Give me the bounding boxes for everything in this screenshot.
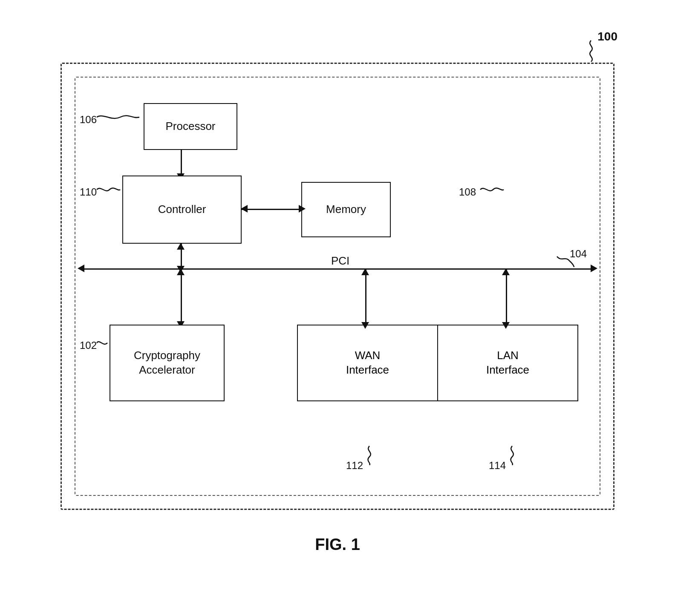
outer-box: 100 Processor 106 Controller 110 <box>61 63 614 510</box>
squiggle-110 <box>95 183 122 196</box>
squiggle-106 <box>95 111 141 124</box>
squiggle-114 <box>504 444 525 465</box>
arrow-right-mem <box>299 205 306 213</box>
squiggle-102 <box>95 337 110 349</box>
lan-label: LANInterface <box>486 348 529 377</box>
lan-box: LANInterface <box>438 325 577 400</box>
arrow-up-from-crypto <box>177 268 185 275</box>
wan-box: WANInterface <box>298 325 438 400</box>
arrow-left-ctrl <box>241 205 248 213</box>
squiggle-100 <box>583 38 600 62</box>
arrow-down-wan <box>361 322 369 329</box>
pci-label: PCI <box>331 254 349 268</box>
label-108: 108 <box>459 186 476 198</box>
crypto-label: CryptographyAccelerator <box>134 348 200 377</box>
squiggle-108 <box>478 183 506 196</box>
processor-box: Processor <box>144 103 237 150</box>
pci-bus-line <box>80 268 595 270</box>
page-container: 100 Processor 106 Controller 110 <box>39 63 636 554</box>
inner-box: Processor 106 Controller 110 Memory <box>75 77 600 496</box>
arrow-up-ctrl <box>177 243 185 250</box>
ctrl-mem-line <box>242 209 301 210</box>
arrow-up-wan <box>361 268 369 275</box>
squiggle-112 <box>361 444 382 465</box>
pci-wan-line <box>365 268 366 325</box>
wan-lan-container: WANInterface LANInterface <box>297 325 578 401</box>
label-100: 100 <box>597 30 617 43</box>
pci-lan-line <box>506 268 507 325</box>
controller-label: Controller <box>158 202 206 217</box>
fig-caption: FIG. 1 <box>315 535 360 554</box>
processor-label: Processor <box>165 119 215 134</box>
proc-ctrl-line <box>181 150 182 176</box>
memory-label: Memory <box>326 202 366 217</box>
arrow-up-lan <box>502 268 510 275</box>
squiggle-104 <box>555 254 576 269</box>
controller-box: Controller <box>122 176 242 244</box>
pci-arrow-right <box>591 265 597 272</box>
wan-label: WANInterface <box>346 348 389 377</box>
memory-box: Memory <box>301 182 391 237</box>
pci-crypto-line <box>181 268 182 324</box>
arrow-down-lan <box>502 322 510 329</box>
pci-arrow-left <box>78 265 84 272</box>
crypto-box: CryptographyAccelerator <box>110 325 225 401</box>
